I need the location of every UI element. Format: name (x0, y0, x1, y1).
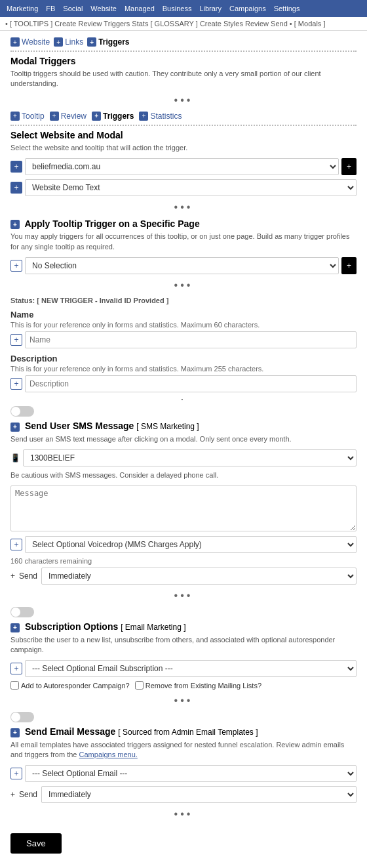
tab-website-label[interactable]: Website (22, 37, 50, 47)
sub-tab-triggers-label[interactable]: Triggers (103, 112, 134, 121)
phone-select[interactable]: 1300BELIEF (23, 449, 357, 466)
plus-outline-name[interactable]: + (10, 334, 22, 346)
plus-icon-triggers[interactable]: + (87, 37, 96, 47)
remove-mailing-label: Remove from Existing Mailing Lists? (145, 682, 261, 690)
tab-triggers[interactable]: + Triggers (87, 37, 129, 47)
email-desc: All email templates have associated trig… (10, 740, 357, 760)
tab-triggers-label[interactable]: Triggers (98, 37, 129, 47)
sms-send-label: Send (19, 571, 37, 581)
subscription-desc: Subscribe the user to a new list, unsubs… (10, 635, 357, 655)
subscription-title-text: Subscription Options (25, 621, 118, 632)
sms-toggle[interactable] (10, 406, 34, 417)
page-select[interactable]: No Selection (25, 257, 339, 274)
dots-3: ••• (10, 279, 357, 291)
email-sub-row: + --- Select Optional Email Subscription… (10, 660, 357, 677)
save-button[interactable]: Save (10, 833, 62, 854)
tab-links-label[interactable]: Links (65, 37, 83, 47)
sms-title-bracket: [ SMS Marketing ] (136, 422, 199, 431)
email-title-text: Send Email Message (25, 726, 116, 737)
select-website-desc: Select the website and tooltip that will… (10, 143, 357, 153)
nav-managed[interactable]: Managed (121, 5, 159, 12)
subscription-toggle-row (10, 607, 357, 617)
name-input[interactable] (25, 331, 357, 348)
modal-select[interactable]: Website Demo Text (25, 179, 357, 196)
sms-message-textarea[interactable] (10, 486, 357, 531)
email-send-select[interactable]: Immediately (41, 786, 357, 803)
plus-icon-email[interactable]: + (10, 728, 20, 737)
plus-icon-apply[interactable]: + (10, 220, 20, 229)
name-label: Name (10, 310, 357, 320)
nav-library[interactable]: Library (195, 5, 225, 12)
sub-tab-review[interactable]: + Review (50, 112, 87, 121)
email-subscription-select[interactable]: --- Select Optional Email Subscription -… (25, 660, 357, 677)
voicedrop-select[interactable]: Select Optional Voicedrop (MMS Charges A… (25, 536, 357, 553)
remove-mailing-checkbox-item: Remove from Existing Mailing Lists? (135, 681, 261, 690)
dots-1: ••• (10, 94, 357, 106)
top-navigation: Marketing FB Social Website Managed Busi… (0, 0, 367, 17)
tab-website[interactable]: + Website (10, 37, 50, 47)
sub-tabs-row: + Tooltip + Review + Triggers + Statisti… (10, 112, 357, 121)
nav-social[interactable]: Social (59, 5, 87, 12)
page-select-row: + No Selection + (10, 257, 357, 274)
plus-icon-sms[interactable]: + (10, 423, 20, 432)
plus-outline-sms-send[interactable]: + (10, 571, 15, 581)
email-select-row: + --- Select Optional Email --- (10, 765, 357, 782)
plus-outline-email-sub[interactable]: + (10, 663, 22, 674)
sms-send-select[interactable]: Immediately (41, 568, 357, 585)
dots-2: ••• (10, 201, 357, 213)
subscription-checkboxes: Add to Autoresponder Campaign? Remove fr… (10, 681, 357, 690)
add-page-button[interactable]: + (341, 257, 357, 274)
top-tabs-row: + Website + Links + Triggers (10, 37, 357, 47)
plus-icon-links[interactable]: + (54, 37, 63, 47)
plus-outline-page[interactable]: + (10, 260, 22, 272)
plus-icon-website-select[interactable]: + (10, 161, 22, 173)
plus-icon-tooltip[interactable]: + (10, 112, 20, 121)
email-title: + Send Email Message [ Sourced from Admi… (10, 726, 357, 737)
remove-mailing-checkbox[interactable] (135, 681, 144, 690)
add-website-button[interactable]: + (341, 158, 357, 175)
nav-business[interactable]: Business (159, 5, 196, 12)
sub-tab-tooltip-label[interactable]: Tooltip (22, 112, 45, 121)
email-send-row: + Send Immediately (10, 786, 357, 803)
email-toggle[interactable] (10, 712, 34, 722)
chars-remaining: 160 characters remaining (10, 557, 357, 565)
nav-settings[interactable]: Settings (270, 5, 304, 12)
sub-tab-statistics[interactable]: + Statistics (139, 112, 182, 121)
email-select[interactable]: --- Select Optional Email --- (25, 765, 357, 782)
plus-icon-statistics[interactable]: + (139, 112, 148, 121)
apply-trigger-section: + Apply Tooltip Trigger on a Specific Pa… (10, 218, 357, 274)
modal-triggers-section: Modal Triggers Tooltip triggers should b… (10, 56, 357, 89)
plus-outline-voicedrop[interactable]: + (10, 539, 22, 550)
sub-tab-statistics-label[interactable]: Statistics (150, 112, 182, 121)
autoresponder-checkbox-item: Add to Autoresponder Campaign? (10, 681, 130, 690)
plus-icon-review[interactable]: + (50, 112, 59, 121)
plus-icon-modal-select[interactable]: + (10, 182, 22, 194)
nav-fb[interactable]: FB (42, 5, 59, 12)
subscription-toggle[interactable] (10, 607, 34, 617)
modal-select-row: + Website Demo Text (10, 179, 357, 196)
website-select[interactable]: beliefmedia.com.au (25, 158, 339, 175)
plus-icon-website[interactable]: + (10, 37, 20, 47)
sub-tab-tooltip[interactable]: + Tooltip (10, 112, 45, 121)
description-input[interactable] (25, 375, 357, 392)
nav-campaigns[interactable]: Campaigns (225, 5, 270, 12)
sms-caution: Be cautious with SMS messages. Consider … (10, 470, 357, 480)
subscription-title-bracket: [ Email Marketing ] (121, 623, 185, 632)
apply-trigger-title: + Apply Tooltip Trigger on a Specific Pa… (10, 218, 357, 229)
campaigns-link[interactable]: Campaigns menu. (79, 751, 138, 758)
plus-icon-sub-triggers[interactable]: + (92, 112, 101, 121)
plus-icon-subscription[interactable]: + (10, 623, 20, 632)
sub-tab-triggers[interactable]: + Triggers (92, 112, 134, 121)
plus-outline-email[interactable]: + (10, 768, 22, 779)
plus-outline-description[interactable]: + (10, 378, 22, 390)
plus-outline-email-send[interactable]: + (10, 790, 15, 799)
sms-section: + Send User SMS Message [ SMS Marketing … (10, 421, 357, 585)
autoresponder-checkbox[interactable] (10, 681, 19, 690)
nav-website[interactable]: Website (87, 5, 121, 12)
subscription-title: + Subscription Options [ Email Marketing… (10, 621, 357, 632)
sub-tab-review-label[interactable]: Review (61, 112, 87, 121)
description-hint: This is for your reference only in forms… (10, 365, 357, 373)
email-title-bracket: [ Sourced from Admin Email Templates ] (118, 728, 258, 737)
nav-marketing[interactable]: Marketing (3, 5, 42, 12)
tab-links[interactable]: + Links (54, 37, 83, 47)
